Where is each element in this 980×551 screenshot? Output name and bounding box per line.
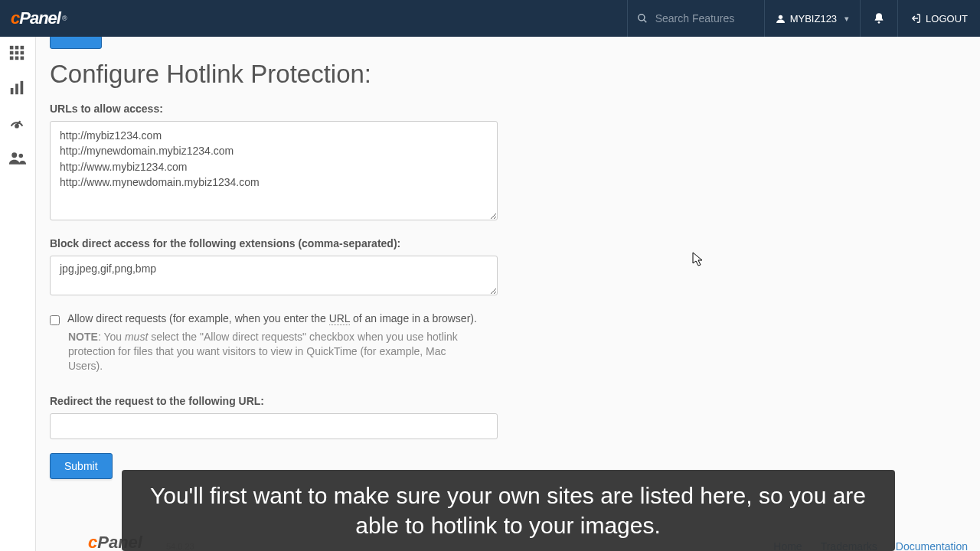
users-icon[interactable] <box>8 150 27 168</box>
registered-mark: ® <box>62 15 67 22</box>
logout-label: LOGOUT <box>926 13 968 24</box>
logo-part-c: c <box>11 8 19 28</box>
content-area: Configure Hotlink Protection: URLs to al… <box>36 37 980 551</box>
svg-rect-16 <box>21 81 24 94</box>
logout-button[interactable]: LOGOUT <box>897 0 980 37</box>
bell-icon <box>873 12 885 24</box>
logout-icon <box>910 13 921 24</box>
svg-rect-9 <box>15 51 19 55</box>
search-icon[interactable] <box>637 13 648 24</box>
svg-point-19 <box>11 152 17 158</box>
username-label: MYBIZ123 <box>790 13 837 24</box>
note-text: NOTE: You must select the "Allow direct … <box>68 330 482 373</box>
cpanel-logo[interactable]: cPanel® <box>0 8 77 28</box>
svg-rect-12 <box>15 57 19 60</box>
top-bar: cPanel® MYBIZ123 ▾ LOGOUT <box>0 0 980 37</box>
gauge-icon[interactable] <box>8 115 27 133</box>
search-input[interactable] <box>655 12 755 24</box>
notifications-button[interactable] <box>860 0 897 37</box>
user-icon <box>776 14 786 24</box>
urls-label: URLs to allow access: <box>50 103 966 115</box>
svg-point-17 <box>15 125 18 128</box>
enable-button-partial[interactable] <box>50 37 102 49</box>
allow-direct-checkbox[interactable] <box>50 315 60 325</box>
svg-rect-13 <box>21 57 24 60</box>
svg-rect-15 <box>15 84 18 95</box>
svg-point-3 <box>878 21 880 24</box>
svg-rect-14 <box>11 88 14 94</box>
svg-rect-11 <box>10 57 14 60</box>
submit-button[interactable]: Submit <box>50 453 113 479</box>
user-menu[interactable]: MYBIZ123 ▾ <box>764 0 860 37</box>
stats-icon[interactable] <box>8 80 27 98</box>
chevron-down-icon: ▾ <box>844 14 849 24</box>
allow-direct-label: Allow direct requests (for example, when… <box>67 312 477 324</box>
svg-rect-5 <box>10 46 14 50</box>
page-title: Configure Hotlink Protection: <box>50 60 966 89</box>
svg-point-2 <box>778 15 782 18</box>
urls-textarea[interactable] <box>50 121 498 220</box>
svg-point-0 <box>638 15 644 21</box>
svg-rect-6 <box>15 46 19 50</box>
caption-overlay: You'll first want to make sure your own … <box>122 470 895 551</box>
svg-line-1 <box>643 20 646 23</box>
svg-rect-7 <box>21 46 24 50</box>
url-term: URL <box>329 312 351 325</box>
svg-rect-10 <box>21 51 24 55</box>
extensions-textarea[interactable] <box>50 256 498 295</box>
side-nav <box>0 37 36 551</box>
grid-icon[interactable] <box>8 44 27 63</box>
footer-link-documentation[interactable]: Documentation <box>896 540 968 551</box>
extensions-label: Block direct access for the following ex… <box>50 237 966 249</box>
svg-point-20 <box>19 154 23 158</box>
search-wrap <box>627 0 764 37</box>
redirect-label: Redirect the request to the following UR… <box>50 395 966 407</box>
logo-part-panel: Panel <box>19 8 60 28</box>
svg-rect-8 <box>10 51 14 55</box>
redirect-input[interactable] <box>50 413 498 439</box>
